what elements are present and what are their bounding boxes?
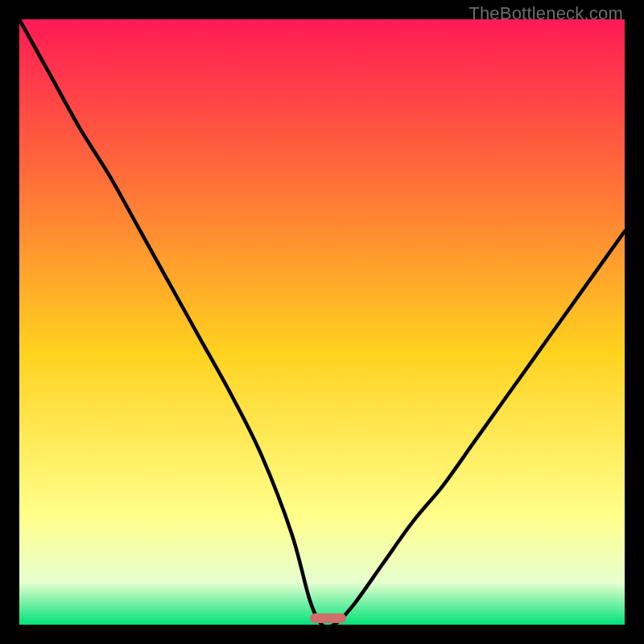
- plot-area: [19, 19, 625, 625]
- watermark-text: TheBottleneck.com: [469, 3, 623, 24]
- optimal-range-marker: [310, 613, 346, 623]
- chart-frame: TheBottleneck.com: [0, 0, 644, 644]
- bottleneck-curve: [19, 19, 625, 625]
